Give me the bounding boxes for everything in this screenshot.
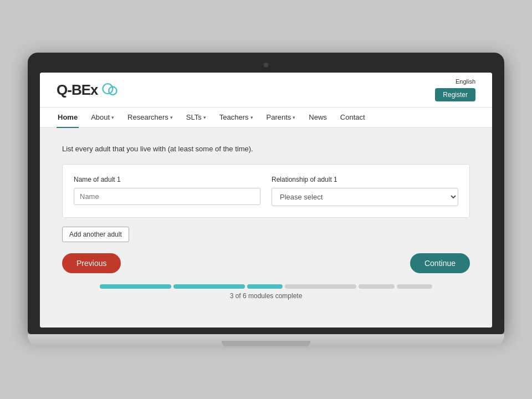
- progress-segment-4: [285, 284, 356, 289]
- progress-segment-2: [173, 284, 245, 289]
- continue-button[interactable]: Continue: [410, 253, 470, 273]
- register-button[interactable]: Register: [435, 88, 475, 101]
- teachers-arrow: ▾: [250, 115, 253, 120]
- nav-news[interactable]: News: [308, 108, 328, 127]
- navigation-buttons: Previous Continue: [62, 253, 470, 273]
- nav-teachers[interactable]: Teachers ▾: [218, 108, 254, 127]
- progress-bar: [100, 284, 432, 289]
- site-nav: Home About ▾ Researchers ▾ SLTs ▾ Teache…: [40, 108, 492, 128]
- add-adult-button[interactable]: Add another adult: [62, 227, 129, 242]
- screen: Q-BEx English Register Home: [40, 73, 492, 328]
- header-right: English Register: [435, 78, 475, 101]
- logo: Q-BEx: [57, 81, 120, 99]
- progress-segment-1: [100, 284, 171, 289]
- svg-point-0: [103, 84, 113, 94]
- progress-segment-5: [359, 284, 394, 289]
- laptop-base: [28, 334, 504, 346]
- name-field: Name of adult 1: [74, 176, 260, 206]
- nav-contact[interactable]: Contact: [339, 108, 366, 127]
- about-arrow: ▾: [111, 115, 114, 120]
- nav-slts[interactable]: SLTs ▾: [185, 108, 207, 127]
- progress-segment-3: [247, 284, 283, 289]
- progress-segment-6: [397, 284, 432, 289]
- language-label: English: [456, 78, 475, 85]
- adult-form-card: Name of adult 1 Relationship of adult 1 …: [62, 164, 470, 218]
- relationship-label: Relationship of adult 1: [272, 176, 458, 183]
- header-left: Q-BEx: [57, 81, 120, 99]
- laptop-shell: Q-BEx English Register Home: [28, 53, 504, 346]
- instruction-text: List every adult that you live with (at …: [62, 145, 470, 153]
- progress-area: 3 of 6 modules complete: [62, 284, 470, 300]
- progress-label: 3 of 6 modules complete: [230, 292, 303, 300]
- relationship-field: Relationship of adult 1 Please select Pa…: [272, 176, 458, 206]
- previous-button[interactable]: Previous: [62, 253, 121, 273]
- form-row: Name of adult 1 Relationship of adult 1 …: [74, 176, 458, 206]
- site-header: Q-BEx English Register: [40, 73, 492, 108]
- slts-arrow: ▾: [203, 115, 206, 120]
- main-content: List every adult that you live with (at …: [40, 128, 492, 328]
- parents-arrow: ▾: [293, 115, 295, 120]
- screen-bezel: Q-BEx English Register Home: [28, 53, 504, 334]
- logo-icon: [100, 82, 120, 98]
- researchers-arrow: ▾: [170, 115, 173, 120]
- camera: [264, 63, 268, 67]
- nav-about[interactable]: About ▾: [90, 108, 115, 127]
- nav-researchers[interactable]: Researchers ▾: [126, 108, 174, 127]
- logo-text: Q-BEx: [57, 81, 98, 99]
- name-label: Name of adult 1: [74, 176, 260, 183]
- nav-parents[interactable]: Parents ▾: [265, 108, 297, 127]
- name-input[interactable]: [74, 188, 260, 205]
- nav-home[interactable]: Home: [57, 108, 79, 127]
- relationship-select[interactable]: Please select Parent Grandparent Sibling…: [272, 188, 458, 206]
